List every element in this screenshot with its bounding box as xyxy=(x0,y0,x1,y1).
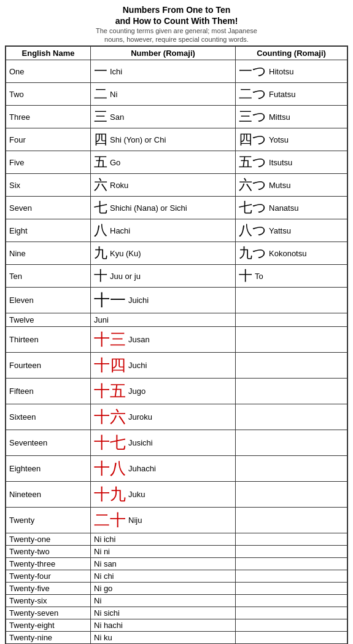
table-row: Fifteen十五Jugo xyxy=(6,379,347,404)
table-row: Five五Go五つItsutsu xyxy=(6,151,347,174)
english-cell: Twenty-six xyxy=(6,595,91,607)
romaji-cell: 七Shichi (Nana) or Sichi xyxy=(91,197,236,219)
english-cell: Twelve xyxy=(6,313,91,327)
romaji-cell: Ni san xyxy=(91,558,236,570)
english-cell: Six xyxy=(6,174,91,197)
table-row: Twenty-twoNi ni xyxy=(6,546,347,558)
romaji-cell: 六Roku xyxy=(91,174,236,197)
counting-cell: 二つFutatsu xyxy=(236,83,347,106)
romaji-cell: 二十Niju xyxy=(91,508,236,533)
romaji-cell: 十九Juku xyxy=(91,482,236,508)
english-cell: Twenty xyxy=(6,508,91,533)
english-cell: Fourteen xyxy=(6,353,91,379)
english-cell: Twenty-four xyxy=(6,570,91,583)
table-row: Thirteen十三Jusan xyxy=(6,327,347,353)
english-cell: Twenty-nine xyxy=(6,632,91,644)
romaji-cell: 十五Jugo xyxy=(91,379,236,404)
table-row: One一Ichi一つHitotsu xyxy=(6,60,347,83)
english-cell: Thirteen xyxy=(6,327,91,353)
table-row: Eleven十一Juichi xyxy=(6,288,347,313)
romaji-cell: Ni sichi xyxy=(91,607,236,619)
english-cell: Eleven xyxy=(6,288,91,313)
counting-cell: 十To xyxy=(236,265,347,288)
romaji-cell: 十七Jusichi xyxy=(91,430,236,456)
english-cell: Ten xyxy=(6,265,91,288)
counting-cell xyxy=(236,508,347,533)
page-header: Numbers From One to Ten and How to Count… xyxy=(5,5,348,43)
english-cell: Twenty-eight xyxy=(6,619,91,632)
romaji-cell: 五Go xyxy=(91,151,236,174)
table-row: Seven七Shichi (Nana) or Sichi七つNanatsu xyxy=(6,197,347,219)
col-header-english: English Name xyxy=(6,46,91,60)
romaji-cell: 十四Juchi xyxy=(91,353,236,379)
english-cell: Seven xyxy=(6,197,91,219)
table-row: Seventeen十七Jusichi xyxy=(6,430,347,456)
table-row: Nine九Kyu (Ku)九つKokonotsu xyxy=(6,242,347,265)
english-cell: One xyxy=(6,60,91,83)
romaji-cell: 二Ni xyxy=(91,83,236,106)
table-row: Six六Roku六つMutsu xyxy=(6,174,347,197)
table-row: TwelveJuni xyxy=(6,313,347,327)
romaji-cell: 三San xyxy=(91,106,236,128)
table-row: Twenty-fiveNi go xyxy=(6,583,347,595)
counting-cell xyxy=(236,288,347,313)
romaji-cell: 十三Jusan xyxy=(91,327,236,353)
table-row: Nineteen十九Juku xyxy=(6,482,347,508)
counting-cell: 九つKokonotsu xyxy=(236,242,347,265)
romaji-cell: Ni chi xyxy=(91,570,236,583)
table-row: Sixteen十六Juroku xyxy=(6,404,347,430)
counting-cell xyxy=(236,456,347,482)
counting-cell xyxy=(236,430,347,456)
romaji-cell: 十六Juroku xyxy=(91,404,236,430)
table-row: Twenty二十Niju xyxy=(6,508,347,533)
english-cell: Three xyxy=(6,106,91,128)
counting-cell: 一つHitotsu xyxy=(236,60,347,83)
english-cell: Eight xyxy=(6,219,91,242)
romaji-cell: 一Ichi xyxy=(91,60,236,83)
counting-cell xyxy=(236,607,347,619)
table-row: Twenty-fourNi chi xyxy=(6,570,347,583)
page-title-line1: Numbers From One to Ten xyxy=(5,5,348,15)
english-cell: Eighteen xyxy=(6,456,91,482)
counting-cell: 四つYotsu xyxy=(236,128,347,151)
counting-cell: 八つYattsu xyxy=(236,219,347,242)
counting-cell: 五つItsutsu xyxy=(236,151,347,174)
numbers-table: English Name Number (Romaji) Counting (R… xyxy=(5,45,348,644)
counting-cell xyxy=(236,570,347,583)
romaji-cell: Ni go xyxy=(91,583,236,595)
english-cell: Sixteen xyxy=(6,404,91,430)
counting-cell xyxy=(236,632,347,644)
english-cell: Four xyxy=(6,128,91,151)
counting-cell xyxy=(236,533,347,546)
english-cell: Twenty-one xyxy=(6,533,91,546)
english-cell: Twenty-three xyxy=(6,558,91,570)
table-row: Two二Ni二つFutatsu xyxy=(6,83,347,106)
col-header-number: Number (Romaji) xyxy=(91,46,236,60)
table-row: Twenty-eightNi hachi xyxy=(6,619,347,632)
table-row: Ten十Juu or ju十To xyxy=(6,265,347,288)
romaji-cell: 十一Juichi xyxy=(91,288,236,313)
english-cell: Twenty-seven xyxy=(6,607,91,619)
table-row: Twenty-sevenNi sichi xyxy=(6,607,347,619)
romaji-cell: Ni xyxy=(91,595,236,607)
counting-cell xyxy=(236,327,347,353)
english-cell: Nine xyxy=(6,242,91,265)
counting-cell xyxy=(236,546,347,558)
table-row: Twenty-threeNi san xyxy=(6,558,347,570)
table-row: Eighteen十八Juhachi xyxy=(6,456,347,482)
page-title-line2: and How to Count With Them! xyxy=(5,16,348,26)
counting-cell xyxy=(236,379,347,404)
counting-cell xyxy=(236,583,347,595)
counting-cell xyxy=(236,595,347,607)
subtitle-line2: nouns, however, require special counting… xyxy=(5,36,348,43)
table-row: Fourteen十四Juchi xyxy=(6,353,347,379)
table-row: Eight八Hachi八つYattsu xyxy=(6,219,347,242)
table-row: Four四Shi (Yon) or Chi四つYotsu xyxy=(6,128,347,151)
romaji-cell: 四Shi (Yon) or Chi xyxy=(91,128,236,151)
table-header-row: English Name Number (Romaji) Counting (R… xyxy=(6,46,347,60)
counting-cell xyxy=(236,404,347,430)
romaji-cell: Juni xyxy=(91,313,236,327)
counting-cell: 三つMittsu xyxy=(236,106,347,128)
col-header-counting: Counting (Romaji) xyxy=(236,46,347,60)
romaji-cell: Ni ku xyxy=(91,632,236,644)
